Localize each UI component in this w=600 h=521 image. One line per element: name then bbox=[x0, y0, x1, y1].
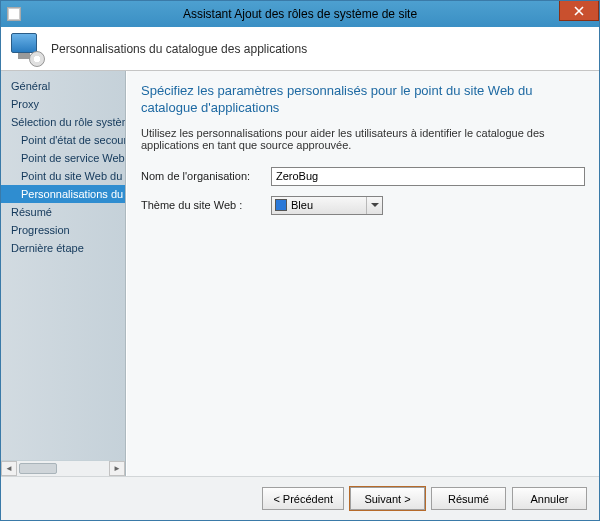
wizard-window: Assistant Ajout des rôles de système de … bbox=[0, 0, 600, 521]
wizard-body: Général Proxy Sélection du rôle système … bbox=[1, 71, 599, 476]
page-heading: Spécifiez les paramètres personnalisés p… bbox=[141, 83, 585, 117]
sidebar-scrollbar[interactable]: ◄ ► bbox=[1, 460, 125, 476]
theme-select[interactable]: Bleu bbox=[271, 196, 383, 215]
sidebar-item-last-step[interactable]: Dernière étape bbox=[1, 239, 125, 257]
scroll-right-icon[interactable]: ► bbox=[109, 461, 125, 476]
button-bar: < Précédent Suivant > Résumé Annuler bbox=[1, 476, 599, 520]
theme-row: Thème du site Web : Bleu bbox=[141, 196, 585, 215]
sidebar: Général Proxy Sélection du rôle système … bbox=[1, 71, 126, 476]
sidebar-item-proxy[interactable]: Proxy bbox=[1, 95, 125, 113]
close-icon bbox=[574, 6, 584, 16]
wizard-subtitle: Personnalisations du catalogue des appli… bbox=[51, 42, 307, 56]
close-button[interactable] bbox=[559, 1, 599, 21]
org-row: Nom de l'organisation: bbox=[141, 167, 585, 186]
sidebar-item-web-service-point[interactable]: Point de service Web du catalogue des ap… bbox=[1, 149, 125, 167]
scroll-left-icon[interactable]: ◄ bbox=[1, 461, 17, 476]
sidebar-item-summary[interactable]: Résumé bbox=[1, 203, 125, 221]
scroll-track[interactable] bbox=[17, 461, 109, 476]
cancel-button[interactable]: Annuler bbox=[512, 487, 587, 510]
sidebar-item-general[interactable]: Général bbox=[1, 77, 125, 95]
sidebar-item-role-selection[interactable]: Sélection du rôle système bbox=[1, 113, 125, 131]
previous-button[interactable]: < Précédent bbox=[262, 487, 344, 510]
theme-swatch-icon bbox=[275, 199, 287, 211]
page-description: Utilisez les personnalisations pour aide… bbox=[141, 127, 585, 151]
theme-value: Bleu bbox=[291, 199, 313, 211]
scroll-thumb[interactable] bbox=[19, 463, 57, 474]
window-title: Assistant Ajout des rôles de système de … bbox=[1, 7, 599, 21]
wizard-header: Personnalisations du catalogue des appli… bbox=[1, 27, 599, 71]
sidebar-item-website-point[interactable]: Point du site Web du catalogue des appli… bbox=[1, 167, 125, 185]
next-button[interactable]: Suivant > bbox=[350, 487, 425, 510]
system-icon bbox=[7, 7, 21, 21]
org-label: Nom de l'organisation: bbox=[141, 170, 271, 182]
org-name-input[interactable] bbox=[271, 167, 585, 186]
chevron-down-icon bbox=[366, 197, 382, 214]
main-panel: Spécifiez les paramètres personnalisés p… bbox=[126, 71, 599, 476]
theme-label: Thème du site Web : bbox=[141, 199, 271, 211]
computer-disc-icon bbox=[11, 33, 43, 65]
sidebar-item-fallback-status[interactable]: Point d'état de secours bbox=[1, 131, 125, 149]
titlebar: Assistant Ajout des rôles de système de … bbox=[1, 1, 599, 27]
sidebar-item-catalog-custom[interactable]: Personnalisations du catalogue des appli… bbox=[1, 185, 125, 203]
sidebar-item-progress[interactable]: Progression bbox=[1, 221, 125, 239]
summary-button[interactable]: Résumé bbox=[431, 487, 506, 510]
